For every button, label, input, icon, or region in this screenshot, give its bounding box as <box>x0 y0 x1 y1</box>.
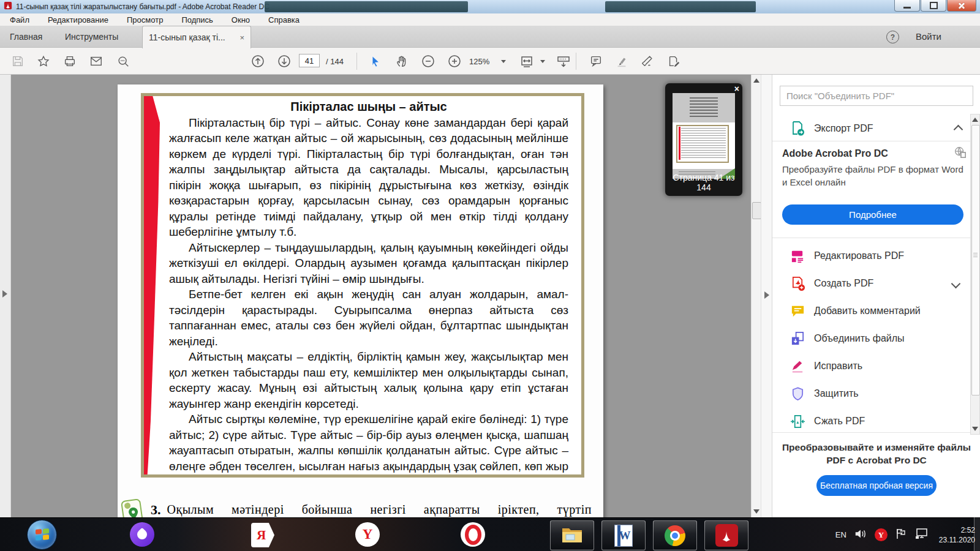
select-tool-button[interactable] <box>366 53 385 70</box>
windows-start-button[interactable] <box>27 520 57 550</box>
panel-footer-text: Преобразовывайте и изменяйте файлы PDF с… <box>781 441 972 467</box>
scroll-up-icon[interactable] <box>972 118 978 122</box>
zoom-out-button[interactable] <box>419 53 437 70</box>
scroll-down-icon[interactable] <box>972 427 978 431</box>
page-thumbnail[interactable] <box>673 93 735 179</box>
highlight-tool-button[interactable] <box>612 53 631 70</box>
tab-home[interactable]: Главная <box>10 26 42 48</box>
zoom-dropdown-caret[interactable] <box>501 60 506 63</box>
taskbar-yandex-browser-icon[interactable]: Я <box>251 523 274 547</box>
zoom-in-button[interactable] <box>445 53 464 70</box>
paragraph: Айтыс сыртқы көлеміне, түр ерекшелігіне … <box>169 411 568 478</box>
language-indicator[interactable]: EN <box>835 530 846 539</box>
red-ribbon-decoration <box>144 96 160 474</box>
menu-file[interactable]: Файл <box>10 15 29 24</box>
minimize-button[interactable] <box>894 0 920 12</box>
background-window <box>265 1 468 12</box>
thumbnail-text-lines <box>681 128 726 160</box>
panel-collapse-handle[interactable] <box>764 291 769 299</box>
fit-dropdown-caret[interactable] <box>540 60 545 63</box>
word-icon: W <box>614 525 633 547</box>
page-number-input[interactable] <box>299 54 320 67</box>
fit-width-button[interactable] <box>518 53 536 70</box>
taskbar-acrobat-button[interactable] <box>704 520 748 550</box>
help-icon[interactable]: ? <box>886 31 899 43</box>
tool-compress-pdf[interactable]: Сжать PDF <box>772 408 980 435</box>
tab-close-icon[interactable]: × <box>239 33 244 42</box>
taskbar-word-button[interactable]: W <box>601 520 646 550</box>
tool-add-comment[interactable]: Добавить комментарий <box>772 298 980 324</box>
promo-title: Adobe Acrobat Pro DC <box>782 148 888 159</box>
next-page-button[interactable] <box>275 53 293 70</box>
tab-tools[interactable]: Инструменты <box>65 26 118 48</box>
tab-document-active[interactable]: 11-сынып қазақ ті... × <box>142 26 251 48</box>
page-text-frame: Пікірталас шыңы – айтыс Пікірталастың бі… <box>141 93 584 478</box>
zoom-level-value[interactable]: 125% <box>469 57 489 66</box>
thumbnail-page <box>673 122 735 169</box>
writing-task-icon <box>119 497 147 517</box>
tools-search-input[interactable] <box>780 86 973 106</box>
thumbnail-text-frame <box>676 125 729 163</box>
exercise-number: 3. <box>151 502 161 517</box>
panel-scrollbar-thumb[interactable] <box>971 125 980 395</box>
taskbar-explorer-button[interactable] <box>550 520 594 550</box>
chevron-up-icon[interactable] <box>954 125 963 135</box>
scroll-down-icon[interactable] <box>753 509 760 514</box>
tool-create-pdf[interactable]: Создать PDF <box>772 270 980 297</box>
taskbar-clock[interactable]: 2:52 23.11.2020 <box>939 525 975 545</box>
search-button[interactable] <box>114 53 132 70</box>
document-scrollbar[interactable] <box>751 75 761 517</box>
paragraph: Айтыстың мақсаты – елдіктің, бірліктің қ… <box>169 349 568 411</box>
hand-tool-button[interactable] <box>393 53 411 70</box>
scroll-up-icon[interactable] <box>753 78 760 83</box>
close-button[interactable] <box>947 0 976 12</box>
title-bar: 11-сынып қазақ тілі жаратылыстану бағыты… <box>0 0 980 14</box>
combine-files-icon <box>790 331 805 347</box>
print-button[interactable] <box>61 53 79 70</box>
popup-close-icon[interactable]: × <box>734 84 739 94</box>
panel-scrollbar[interactable] <box>970 114 980 435</box>
folder-icon <box>561 525 583 546</box>
menu-edit[interactable]: Редактирование <box>48 15 108 24</box>
menu-help[interactable]: Справка <box>268 15 300 24</box>
taskbar-opera-icon[interactable] <box>461 522 485 547</box>
export-pdf-row[interactable]: Экспорт PDF <box>772 115 980 142</box>
fill-sign-tool-button[interactable] <box>638 53 657 70</box>
tool-fix[interactable]: Исправить <box>772 353 980 380</box>
volume-icon[interactable] <box>854 528 867 542</box>
restore-button[interactable] <box>921 0 946 12</box>
details-button[interactable]: Подробнее <box>782 204 963 225</box>
taskbar-chrome-button[interactable] <box>653 520 697 550</box>
chevron-down-icon[interactable] <box>951 279 961 288</box>
thumbnail-poem-block <box>690 97 718 118</box>
reading-mode-button[interactable] <box>554 53 573 70</box>
tool-protect[interactable]: Защитить <box>772 380 980 407</box>
taskbar-alice-icon[interactable] <box>130 522 154 547</box>
tool-combine-files[interactable]: Объединить файлы <box>772 325 980 352</box>
yandex-tray-icon[interactable]: Y <box>875 528 888 541</box>
sign-in-link[interactable]: Войти <box>916 31 941 42</box>
menu-window[interactable]: Окно <box>232 15 250 24</box>
star-button[interactable] <box>34 53 53 70</box>
document-canvas[interactable]: Пікірталас шыңы – айтыс Пікірталастың бі… <box>11 75 751 517</box>
comment-tool-button[interactable] <box>587 53 605 70</box>
left-pane-expand-handle[interactable] <box>2 290 7 298</box>
document-scrollbar-thumb[interactable] <box>752 202 761 219</box>
show-desktop-button[interactable] <box>974 517 980 551</box>
opera-icon <box>465 525 481 545</box>
menu-sign[interactable]: Подпись <box>181 15 213 24</box>
tab-bar: Главная Инструменты 11-сынып қазақ ті...… <box>0 26 980 48</box>
taskbar: Я Y W EN Y <box>0 517 980 551</box>
email-button[interactable] <box>87 53 105 70</box>
more-tools-button[interactable] <box>665 53 683 70</box>
tool-edit-pdf[interactable]: Редактировать PDF <box>772 242 980 269</box>
action-center-flag-icon[interactable] <box>895 528 907 542</box>
pdf-page: Пікірталас шыңы – айтыс Пікірталастың бі… <box>118 84 603 517</box>
menu-view[interactable]: Просмотр <box>127 15 163 24</box>
taskbar-yandex-icon[interactable]: Y <box>355 522 380 547</box>
network-icon[interactable] <box>914 528 929 542</box>
previous-page-button[interactable] <box>249 53 267 70</box>
free-trial-button[interactable]: Бесплатная пробная версия <box>816 475 937 496</box>
windows-logo-icon <box>36 528 49 541</box>
save-button[interactable] <box>9 53 27 70</box>
